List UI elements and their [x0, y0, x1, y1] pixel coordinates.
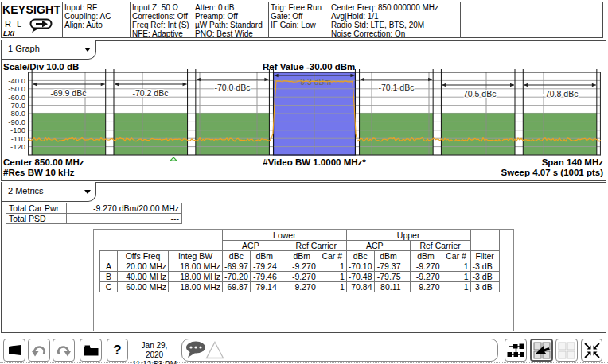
header-freq-settings: Center Freq: 850.000000 MHzAvg|Hold: 1/1…	[331, 3, 459, 38]
header-atten-settings: Atten: 0 dBPreamp: OffµW Path: StandardP…	[195, 3, 267, 38]
active-window-button[interactable]	[530, 339, 553, 362]
acp-col-header: dBc	[223, 251, 251, 261]
graph-selector-label: 1 Graph	[8, 44, 40, 53]
res-bw-annotation: #Res BW 10 kHz	[3, 168, 74, 177]
offset-power-label: -70.0 dBc	[215, 83, 251, 92]
help-button[interactable]: ?	[107, 339, 128, 362]
offset-power-label: -70.1 dBc	[379, 83, 415, 92]
acp-group-lower: Lower	[223, 230, 347, 241]
metrics-selector-label: 2 Metrics	[8, 186, 44, 196]
screenshot-button[interactable]	[80, 339, 102, 362]
windows-start-button[interactable]	[3, 339, 25, 362]
acp-col-header: Filter	[470, 251, 499, 261]
acp-col-header: dBc	[346, 251, 374, 261]
header-impedance-settings: Input Z: 50 ΩCorrections: OffFreq Ref: I…	[132, 3, 192, 38]
help-label: ?	[113, 343, 121, 358]
sweep-annotation: Sweep 4.07 s (1001 pts)	[501, 168, 603, 177]
acp-row-c: C60.00 MHz18.00 MHz -69.87-79.14-9.2701 …	[100, 282, 500, 292]
y-axis-label: -100	[1, 126, 25, 134]
acp-col-header: Offs Freq	[118, 251, 169, 261]
undo-button[interactable]	[28, 339, 50, 362]
collapse-arrows-icon	[583, 342, 601, 359]
metrics-selector-dropdown[interactable]: 2 Metrics	[1, 182, 96, 202]
acp-sub-header: ACP	[346, 241, 403, 251]
acp-sub-header: Ref Carrier	[410, 241, 470, 251]
acp-col-header: Car #	[318, 251, 346, 261]
acp-row-a: A20.00 MHz18.00 MHz -69.97-79.24-9.2701 …	[100, 261, 500, 272]
total-psd-value: ---	[67, 214, 182, 224]
redo-icon	[56, 343, 72, 357]
acp-col-header: dBm	[374, 251, 403, 261]
screen-bottom-edge	[0, 362, 608, 363]
y-axis-label: -120	[1, 142, 25, 151]
center-freq-annotation: Center 850.00 MHz	[3, 157, 84, 167]
folder-icon	[84, 345, 99, 356]
mode-indicator: R L	[5, 19, 23, 29]
lxi-label: LXI	[3, 29, 14, 37]
acp-col-header: dBm	[286, 251, 318, 261]
window-layout-button[interactable]	[505, 339, 527, 362]
total-psd-label: Total PSD	[6, 214, 67, 224]
window-layout-icon	[507, 343, 525, 358]
acp-sub-header: ACP	[223, 241, 279, 251]
acp-row-b: B40.00 MHz18.00 MHz -70.20-79.46-9.2701 …	[100, 272, 500, 282]
y-axis-label: -50.0	[1, 84, 25, 93]
keysight-logo: KEYSIGHT	[2, 3, 60, 16]
header-trigger-settings: Trig: Free RunGate: OffIF Gain: Low	[271, 3, 328, 29]
acp-col-header: Integ BW	[169, 251, 223, 261]
span-annotation: Span 140 MHz	[542, 157, 603, 167]
video-bw-annotation: #Video BW 1.0000 MHz*	[239, 157, 390, 167]
alert-triangle-icon	[205, 341, 224, 359]
analyzer-screen: KEYSIGHT R L LXI Input: RFCoupling: ACAl…	[0, 0, 608, 364]
sweep-continuous-icon	[29, 18, 55, 34]
datetime: Jan 29, 2020 11:12:53 PM	[132, 341, 177, 364]
graph-selector-dropdown[interactable]: 1 Graph	[1, 40, 96, 60]
offset-power-label: -70.8 dBc	[543, 89, 579, 99]
y-axis-label: -80.0	[1, 109, 25, 118]
chevron-down-icon	[84, 190, 91, 194]
window-grid-icon	[558, 342, 575, 359]
acp-table: Lower Upper ACP Ref Carrier ACP Ref Carr…	[99, 230, 500, 292]
acp-col-header: dBm	[410, 251, 442, 261]
undo-icon	[31, 343, 47, 357]
message-bubble-icon[interactable]	[185, 341, 208, 359]
window-grid-button[interactable]	[555, 339, 578, 362]
chevron-down-icon	[84, 48, 91, 52]
offset-power-label: -70.2 dBc	[133, 88, 169, 98]
message-area[interactable]	[181, 339, 498, 362]
collapse-view-button[interactable]	[581, 339, 602, 362]
header-input-settings: Input: RFCoupling: ACAlign: Auto	[64, 3, 128, 29]
acp-col-header: Car #	[442, 251, 470, 261]
total-car-pwr-label: Total Car Pwr	[6, 203, 67, 214]
offset-power-label: -69.9 dBc	[51, 88, 87, 98]
windows-logo-icon	[8, 344, 21, 356]
redo-button[interactable]	[53, 339, 75, 362]
total-car-pwr-value: -9.270 dBm/20.00 MHz	[67, 203, 182, 214]
total-power-table: Total Car Pwr -9.270 dBm/20.00 MHz Total…	[6, 203, 182, 224]
offset-power-label: -70.5 dBc	[461, 89, 497, 99]
spectrum-plot: -9.3 dBm	[28, 68, 601, 157]
active-window-icon	[533, 342, 551, 359]
acp-sub-header: Ref Carrier	[286, 241, 346, 251]
acp-col-header: dBm	[250, 251, 279, 261]
acp-group-upper: Upper	[346, 230, 470, 241]
